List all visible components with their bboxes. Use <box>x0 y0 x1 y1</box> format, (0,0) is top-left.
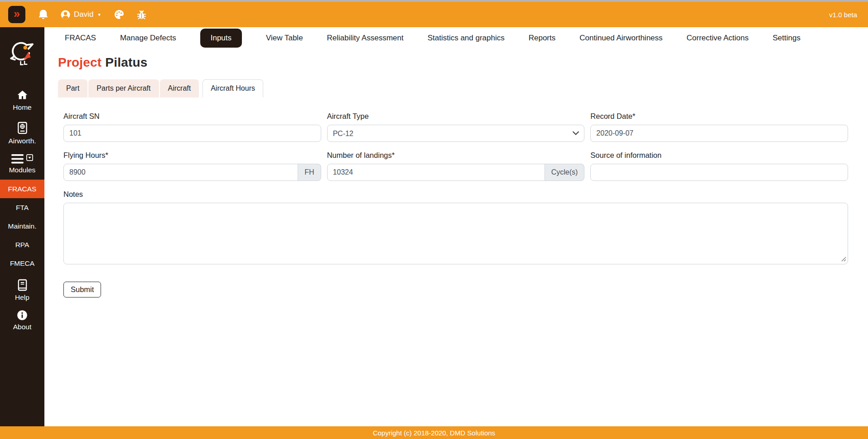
top-header-bar: » David ▾ <box>0 2 868 27</box>
notifications-button[interactable] <box>38 9 49 20</box>
bug-report-button[interactable] <box>136 9 147 20</box>
version-label: v1.0 beta <box>829 11 857 19</box>
aircraft-sn-field: Aircraft SN <box>63 112 321 142</box>
sidebar-item-label: About <box>13 323 32 331</box>
aircraft-hours-form: Aircraft SN Aircraft Type PC-12 Record D… <box>58 112 854 298</box>
sidebar-collapse-button[interactable]: » <box>8 6 25 23</box>
module-nav: FRACAS Manage Defects Inputs View Table … <box>65 27 800 49</box>
user-avatar-icon <box>60 10 71 20</box>
nav-item-manage-defects[interactable]: Manage Defects <box>120 34 176 43</box>
footer-bar: Copyright (c) 2018-2020, DMD Solutions <box>0 426 868 439</box>
landings-input[interactable] <box>327 164 545 181</box>
palette-icon <box>114 9 125 20</box>
bird-logo-icon <box>9 39 35 67</box>
sidebar-item-about[interactable]: About <box>0 310 44 331</box>
aircraft-sn-input[interactable] <box>63 125 321 142</box>
sidebar-item-label: Modules <box>9 166 36 174</box>
sidebar-module-rpa[interactable]: RPA <box>0 235 44 254</box>
sidebar-item-airworthiness[interactable]: Airworth. <box>0 122 44 145</box>
tab-bar: Part Parts per Aircraft Aircraft Aircraf… <box>58 79 854 98</box>
flying-hours-field: Flying Hours* FH <box>63 151 321 181</box>
record-date-input[interactable] <box>590 125 848 142</box>
modules-list: FRACAS FTA Maintain. RPA FMECA <box>0 180 44 273</box>
nav-item-continued-airworthiness[interactable]: Continued Airworthiness <box>579 34 662 43</box>
landings-label: Number of landings* <box>327 151 585 160</box>
source-input[interactable] <box>590 164 848 181</box>
source-field: Source of information <box>590 151 848 181</box>
record-date-label: Record Date* <box>590 112 848 121</box>
sidebar-item-label: Home <box>13 103 31 112</box>
nav-item-reports[interactable]: Reports <box>529 34 556 43</box>
sidebar-module-fta[interactable]: FTA <box>0 198 44 217</box>
sidebar-item-help[interactable]: Help <box>0 279 44 302</box>
aircraft-type-field: Aircraft Type PC-12 <box>327 112 585 142</box>
landings-unit-addon: Cycle(s) <box>545 164 585 181</box>
notes-field: Notes <box>63 190 848 264</box>
theme-button[interactable] <box>114 9 125 20</box>
sidebar-module-fracas[interactable]: FRACAS <box>0 180 44 198</box>
page-title-accent: Project <box>58 55 101 69</box>
passport-icon <box>17 122 28 135</box>
flying-hours-label: Flying Hours* <box>63 151 321 160</box>
copyright-text: Copyright (c) 2018-2020, DMD Solutions <box>373 429 495 437</box>
notes-label: Notes <box>63 190 848 199</box>
nav-item-inputs[interactable]: Inputs <box>200 29 242 48</box>
flying-hours-unit-addon: FH <box>298 164 321 181</box>
tab-aircraft-hours[interactable]: Aircraft Hours <box>203 79 263 98</box>
tab-parts-per-aircraft[interactable]: Parts per Aircraft <box>88 79 159 98</box>
flying-hours-input[interactable] <box>63 164 298 181</box>
submit-button[interactable]: Submit <box>63 282 101 298</box>
nav-item-view-table[interactable]: View Table <box>266 34 303 43</box>
chevron-down-icon: ▾ <box>98 12 101 18</box>
sidebar-module-maintain[interactable]: Maintain. <box>0 217 44 235</box>
page-title: ProjectPilatus <box>58 55 854 70</box>
nav-item-settings[interactable]: Settings <box>772 34 800 43</box>
record-date-field: Record Date* <box>590 112 848 142</box>
nav-item-reliability-assessment[interactable]: Reliability Assessment <box>327 34 404 43</box>
aircraft-sn-label: Aircraft SN <box>63 112 321 121</box>
aircraft-type-label: Aircraft Type <box>327 112 585 121</box>
aircraft-type-select[interactable]: PC-12 <box>327 125 585 142</box>
sidebar-item-home[interactable]: Home <box>0 89 44 112</box>
resize-grip-icon[interactable] <box>841 257 846 262</box>
source-label: Source of information <box>590 151 848 160</box>
sidebar: Home Airworth. Modules <box>0 27 44 426</box>
nav-item-corrective-actions[interactable]: Corrective Actions <box>687 34 749 43</box>
nav-item-statistics-and-graphics[interactable]: Statistics and graphics <box>428 34 505 43</box>
page-title-name: Pilatus <box>105 55 147 69</box>
tab-aircraft[interactable]: Aircraft <box>160 79 199 98</box>
sidebar-item-modules[interactable]: Modules <box>0 154 44 174</box>
user-name: David <box>74 10 93 19</box>
app-logo[interactable] <box>9 39 35 67</box>
sidebar-module-fmeca[interactable]: FMECA <box>0 254 44 273</box>
info-icon <box>17 310 28 321</box>
home-icon <box>16 89 29 101</box>
bell-icon <box>38 9 49 20</box>
nav-item-fracas[interactable]: FRACAS <box>65 34 96 43</box>
sidebar-item-label: Airworth. <box>8 137 36 145</box>
main-content: FRACAS Manage Defects Inputs View Table … <box>44 27 868 426</box>
submit-row: Submit <box>63 282 848 298</box>
user-menu[interactable]: David ▾ <box>60 10 101 20</box>
hamburger-menu-icon <box>11 154 24 164</box>
tab-part[interactable]: Part <box>58 79 87 98</box>
bug-icon <box>136 9 147 20</box>
collapse-box-icon <box>26 154 33 161</box>
notes-textarea[interactable] <box>63 203 848 264</box>
sidebar-item-label: Help <box>15 293 29 302</box>
landings-field: Number of landings* Cycle(s) <box>327 151 585 181</box>
book-icon <box>17 279 28 291</box>
